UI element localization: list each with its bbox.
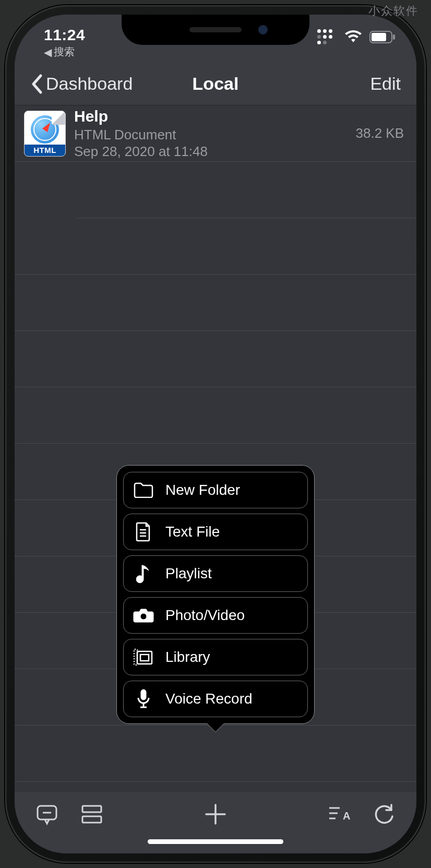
svg-rect-1 <box>372 33 386 41</box>
plus-icon <box>203 802 228 827</box>
file-size: 38.2 KB <box>355 125 404 141</box>
home-indicator[interactable] <box>148 839 283 844</box>
breadcrumb-caret: ◀ <box>44 46 52 58</box>
file-meta: Help HTML Document Sep 28, 2020 at 11:48 <box>74 106 347 160</box>
svg-rect-10 <box>141 689 146 700</box>
toolbar-refresh-button[interactable] <box>370 801 398 828</box>
battery-icon <box>369 31 396 43</box>
menu-item-voice-record[interactable]: Voice Record <box>123 681 308 717</box>
list-view-icon <box>80 804 103 825</box>
icon-badge: HTML <box>25 145 65 156</box>
svg-rect-7 <box>137 651 152 664</box>
chevron-left-icon <box>30 74 43 94</box>
toolbar-view-button[interactable] <box>78 801 105 828</box>
toolbar-add-button[interactable] <box>202 801 229 828</box>
speech-bubble-minus-icon <box>35 803 58 826</box>
menu-item-new-folder[interactable]: New Folder <box>123 472 308 508</box>
menu-item-label: Playlist <box>165 565 212 582</box>
file-list[interactable]: HTML Help HTML Document Sep 28, 2020 at … <box>15 105 416 792</box>
bottom-toolbar: A <box>15 792 416 853</box>
list-separator <box>15 275 416 331</box>
menu-item-label: New Folder <box>165 482 240 498</box>
microphone-icon <box>133 688 154 709</box>
list-separator <box>15 726 416 782</box>
menu-item-label: Photo/Video <box>165 607 245 624</box>
menu-item-photo-video[interactable]: Photo/Video <box>123 597 308 634</box>
file-date: Sep 28, 2020 at 11:48 <box>74 143 347 160</box>
svg-text:A: A <box>343 810 350 822</box>
svg-rect-2 <box>393 34 395 40</box>
menu-item-library[interactable]: Library <box>123 639 308 675</box>
breadcrumb-label: 搜索 <box>54 45 75 59</box>
html-file-icon: HTML <box>24 111 66 157</box>
list-separator <box>15 331 416 387</box>
screen: 11:24 ◀ 搜索 <box>15 15 416 853</box>
page-title: Local <box>193 74 239 94</box>
clock: 11:24 <box>44 26 85 44</box>
folder-icon <box>133 482 154 498</box>
menu-item-label: Voice Record <box>165 691 253 707</box>
music-note-icon <box>133 563 154 584</box>
refresh-icon <box>373 803 396 826</box>
menu-item-text-file[interactable]: Text File <box>123 514 308 550</box>
breadcrumb-back-to-search[interactable]: ◀ 搜索 <box>44 45 75 59</box>
device-frame: 11:24 ◀ 搜索 <box>5 5 426 863</box>
toolbar-comment-button[interactable] <box>33 801 61 828</box>
list-separator <box>15 387 416 444</box>
list-separator <box>15 218 416 275</box>
back-button[interactable]: Dashboard <box>30 74 133 94</box>
watermark: 小众软件 <box>368 3 418 19</box>
textfile-icon <box>133 522 154 542</box>
menu-item-label: Library <box>165 649 210 665</box>
wifi-icon <box>344 30 362 44</box>
toolbar-sort-button[interactable]: A <box>326 801 353 828</box>
add-menu-popup: New Folder Text File Playlist <box>116 465 315 724</box>
camera-icon <box>133 608 154 623</box>
back-label: Dashboard <box>46 74 133 94</box>
cellular-signal-icon <box>317 29 337 44</box>
sort-alpha-icon: A <box>327 804 351 825</box>
file-row[interactable]: HTML Help HTML Document Sep 28, 2020 at … <box>15 105 416 162</box>
library-icon <box>133 648 154 666</box>
file-kind: HTML Document <box>74 126 347 144</box>
notch <box>122 15 309 45</box>
menu-item-label: Text File <box>165 524 220 540</box>
edit-button[interactable]: Edit <box>370 74 401 94</box>
svg-rect-9 <box>140 655 149 661</box>
menu-item-playlist[interactable]: Playlist <box>123 555 308 592</box>
svg-rect-16 <box>82 816 101 823</box>
list-separator <box>77 162 416 218</box>
navigation-bar: Dashboard Local Edit <box>15 63 416 105</box>
svg-point-6 <box>140 613 147 620</box>
svg-rect-15 <box>82 806 101 812</box>
file-name: Help <box>74 106 347 126</box>
